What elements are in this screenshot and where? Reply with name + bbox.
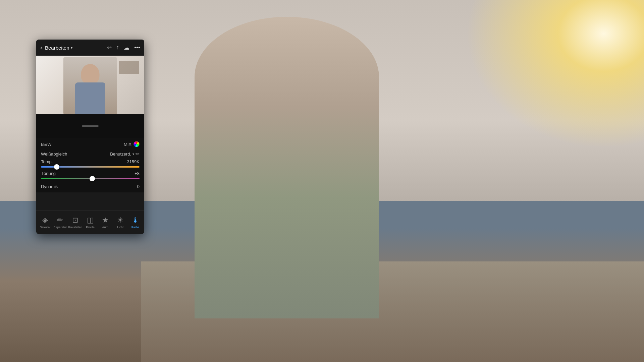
toolbar-item-reparatur[interactable]: ✏ Reparatur	[53, 216, 68, 229]
licht-label: Licht	[117, 226, 123, 229]
share-icon[interactable]: ↑	[116, 44, 119, 51]
weissabgleich-value: Benutzerd.	[110, 152, 131, 157]
person-silhouette	[195, 17, 379, 318]
dynamik-label: Dynamik	[41, 184, 58, 189]
photo-shelf	[119, 61, 139, 74]
phone-panel: ‹ Bearbeiten ▾ ↩ ↑ ☁ ••• B&W M	[36, 40, 144, 234]
weissabgleich-chevron[interactable]: ▾	[132, 152, 134, 156]
selektiv-label: Selektiv	[40, 226, 51, 229]
dynamik-section: Dynamik 0	[41, 183, 140, 189]
farbe-label: Farbe	[131, 226, 140, 229]
farbe-icon: 🌡	[132, 216, 139, 225]
profile-icon: ◫	[87, 216, 94, 225]
tonung-track[interactable]	[41, 178, 140, 179]
toolbar-item-freistellen[interactable]: ⊡ Freistellen	[68, 216, 83, 229]
lamp-glow	[443, 0, 644, 168]
toolbar-item-licht[interactable]: ☀ Licht	[113, 216, 128, 229]
bw-label: B&W	[41, 142, 52, 147]
tonung-label: Tönung	[41, 171, 56, 176]
top-bar: ‹ Bearbeiten ▾ ↩ ↑ ☁ •••	[36, 40, 144, 56]
dynamik-value: 0	[137, 184, 140, 189]
temp-value: 3159K	[127, 159, 140, 164]
back-button[interactable]: ‹	[40, 44, 42, 51]
weissabgleich-label: Weißabgleich	[41, 152, 67, 157]
title-dropdown[interactable]: ▾	[71, 46, 73, 50]
weissabgleich-row: Weißabgleich Benutzerd. ▾ ✏	[41, 151, 140, 157]
auto-label: Auto	[102, 226, 109, 229]
photo-person-head	[81, 64, 100, 84]
mix-label: MIX	[124, 142, 131, 147]
tonung-slider-header: Tönung +8	[41, 171, 140, 176]
selektiv-icon: ◈	[42, 216, 48, 225]
top-bar-title: Bearbeiten ▾	[45, 45, 73, 51]
photo-person	[63, 57, 117, 114]
bw-mix-row: B&W MIX	[41, 141, 140, 147]
top-bar-right: ↩ ↑ ☁ •••	[107, 44, 140, 51]
temp-label: Temp.	[41, 159, 53, 164]
photo-area	[36, 56, 144, 114]
temp-track[interactable]	[41, 166, 140, 168]
reparatur-icon: ✏	[57, 216, 63, 225]
toolbar-item-profile[interactable]: ◫ Profile	[83, 216, 98, 229]
tonung-slider-section: Tönung +8	[41, 171, 140, 179]
more-icon[interactable]: •••	[134, 44, 140, 51]
temp-slider-header: Temp. 3159K	[41, 159, 140, 164]
licht-icon: ☀	[117, 216, 124, 225]
edit-title: Bearbeiten	[45, 45, 69, 51]
auto-icon: ★	[102, 216, 109, 225]
dark-area	[36, 114, 144, 138]
toolbar-item-auto[interactable]: ★ Auto	[98, 216, 113, 229]
weissabgleich-value-group: Benutzerd. ▾ ✏	[110, 151, 140, 157]
tonung-value: +8	[135, 171, 140, 176]
drag-handle[interactable]	[82, 125, 99, 127]
cloud-icon[interactable]: ☁	[124, 44, 129, 51]
toolbar-item-farbe[interactable]: 🌡 Farbe	[128, 216, 143, 229]
top-bar-left: ‹ Bearbeiten ▾	[40, 44, 73, 51]
color-wheel-icon[interactable]	[133, 141, 140, 147]
profile-label: Profile	[86, 226, 95, 229]
tonung-thumb[interactable]	[90, 176, 95, 181]
bottom-toolbar: ◈ Selektiv ✏ Reparatur ⊡ Freistellen ◫ P…	[36, 210, 144, 234]
controls-area: B&W MIX Weißabgleich Benutzerd. ▾ ✏ Temp…	[36, 138, 144, 192]
toolbar-item-selektiv[interactable]: ◈ Selektiv	[38, 216, 53, 229]
weissabgleich-edit-icon[interactable]: ✏	[136, 151, 140, 157]
temp-thumb[interactable]	[54, 164, 59, 170]
photo-person-body	[75, 82, 105, 114]
mix-row: MIX	[124, 141, 140, 147]
undo-icon[interactable]: ↩	[107, 44, 112, 51]
freistellen-icon: ⊡	[72, 216, 78, 225]
freistellen-label: Freistellen	[68, 226, 82, 229]
reparatur-label: Reparatur	[53, 226, 67, 229]
temp-slider-section: Temp. 3159K	[41, 159, 140, 168]
